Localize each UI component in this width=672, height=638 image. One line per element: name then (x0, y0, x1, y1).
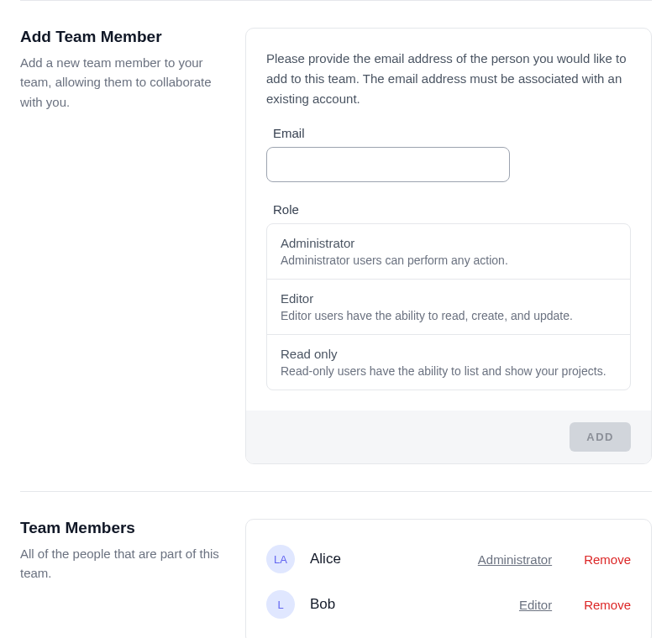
role-label: Role (273, 202, 631, 217)
role-desc: Administrator users can perform any acti… (281, 254, 617, 267)
team-members-header: Team Members All of the people that are … (20, 519, 222, 583)
avatar: LA (266, 545, 295, 573)
member-role-button[interactable]: Administrator (478, 552, 552, 567)
add-member-intro: Please provide the email address of the … (266, 49, 631, 109)
team-members-panel: LA Alice Administrator Remove L Bob Edit… (245, 519, 652, 638)
role-name: Administrator (281, 236, 617, 250)
remove-button[interactable]: Remove (584, 552, 631, 567)
team-members-card: LA Alice Administrator Remove L Bob Edit… (245, 519, 652, 638)
add-member-panel: Please provide the email address of the … (245, 28, 652, 464)
add-member-card-footer: ADD (246, 411, 651, 463)
email-field[interactable] (266, 147, 510, 182)
avatar: L (266, 590, 295, 619)
remove-button[interactable]: Remove (584, 598, 631, 612)
role-list: Administrator Administrator users can pe… (266, 223, 631, 390)
add-member-card-body: Please provide the email address of the … (246, 29, 651, 411)
role-name: Editor (281, 291, 617, 306)
team-members-section: Team Members All of the people that are … (20, 492, 652, 638)
role-option-editor[interactable]: Editor Editor users have the ability to … (267, 280, 630, 335)
member-name: Bob (310, 596, 504, 613)
team-members-title: Team Members (20, 519, 222, 537)
add-team-member-section: Add Team Member Add a new team member to… (20, 1, 652, 491)
member-row: L Bob Editor Remove (266, 582, 631, 627)
member-row: LA Alice Administrator Remove (266, 536, 631, 582)
team-members-description: All of the people that are part of this … (20, 544, 222, 583)
add-member-header: Add Team Member Add a new team member to… (20, 28, 222, 112)
role-desc: Read-only users have the ability to list… (281, 364, 617, 378)
role-option-administrator[interactable]: Administrator Administrator users can pe… (267, 224, 630, 280)
role-desc: Editor users have the ability to read, c… (281, 309, 617, 322)
add-member-description: Add a new team member to your team, allo… (20, 53, 222, 112)
add-member-card: Please provide the email address of the … (245, 28, 652, 464)
member-name: Alice (310, 551, 463, 567)
role-option-read-only[interactable]: Read only Read-only users have the abili… (267, 335, 630, 390)
role-name: Read only (281, 347, 617, 361)
add-member-title: Add Team Member (20, 28, 222, 46)
email-label: Email (273, 126, 631, 140)
add-button[interactable]: ADD (570, 422, 631, 452)
member-role-button[interactable]: Editor (519, 598, 552, 612)
